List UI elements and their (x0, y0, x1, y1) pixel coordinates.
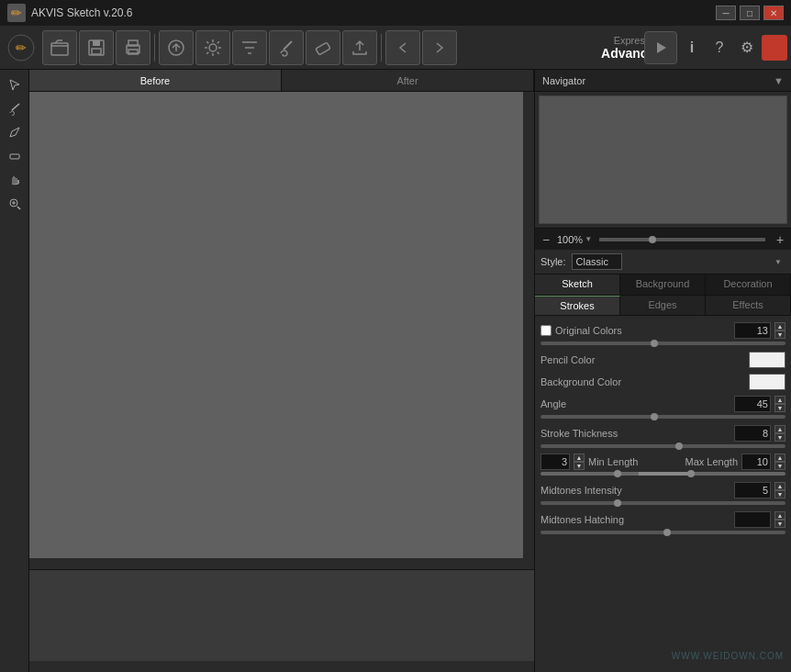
info-button[interactable]: i (679, 35, 705, 61)
save-button[interactable] (79, 30, 114, 65)
zoom-plus-button[interactable]: + (773, 232, 787, 247)
length-slider-row (535, 472, 791, 479)
stroke-thickness-spinner: ▲ ▼ (774, 425, 785, 442)
print-button[interactable] (116, 30, 150, 65)
open-button[interactable] (42, 30, 77, 65)
length-slider[interactable] (540, 472, 785, 476)
angle-label: Angle (540, 398, 730, 409)
angle-slider[interactable] (540, 415, 785, 419)
toolbar-nav-section (385, 30, 457, 65)
vertical-scrollbar[interactable] (523, 92, 534, 558)
hand-tool[interactable] (4, 169, 26, 191)
angle-up[interactable]: ▲ (774, 396, 785, 404)
watermark: WWW.WEIDOWN.COM (672, 651, 784, 661)
midtones-intensity-slider[interactable] (540, 501, 785, 505)
filter-button[interactable] (232, 30, 267, 65)
upload-button[interactable] (342, 30, 377, 65)
original-colors-down[interactable]: ▼ (774, 330, 785, 339)
close-panel-button[interactable] (762, 35, 787, 61)
eraser-tool[interactable] (4, 145, 26, 167)
background-color-swatch[interactable] (749, 374, 785, 390)
titlebar-left: ✏ AKVIS Sketch v.20.6 (7, 4, 133, 22)
style-select[interactable]: Classic Pencil Charcoal (572, 253, 622, 270)
strokes-tab[interactable]: Strokes (535, 296, 620, 315)
midtones-hatching-row: Midtones Hatching ▲ ▼ (535, 509, 791, 531)
original-colors-checkbox[interactable] (540, 325, 551, 336)
close-button[interactable]: ✕ (763, 6, 784, 20)
midtones-intensity-value[interactable] (734, 482, 771, 498)
midtones-hatching-up[interactable]: ▲ (774, 511, 785, 520)
edges-tab[interactable]: Edges (620, 296, 706, 315)
after-tab[interactable]: After (282, 70, 534, 91)
stroke-thickness-up[interactable]: ▲ (774, 425, 785, 433)
navigator-collapse-icon[interactable]: ▼ (774, 75, 784, 86)
svg-rect-5 (92, 49, 101, 54)
original-colors-up[interactable]: ▲ (774, 322, 785, 330)
midtones-hatching-value[interactable] (734, 511, 771, 528)
min-length-up[interactable]: ▲ (574, 454, 585, 462)
canvas-tabs: Before After (29, 70, 534, 92)
midtones-intensity-up[interactable]: ▲ (774, 482, 785, 490)
before-tab[interactable]: Before (29, 70, 282, 91)
run-button[interactable] (644, 31, 677, 64)
zoom-minus-button[interactable]: − (539, 232, 553, 247)
stroke-thickness-down[interactable]: ▼ (774, 433, 785, 442)
navigator-preview (539, 95, 787, 224)
original-colors-slider[interactable] (540, 342, 785, 345)
window-controls: ─ □ ✕ (716, 6, 784, 20)
max-length-up[interactable]: ▲ (774, 454, 785, 462)
midtones-intensity-down[interactable]: ▼ (774, 490, 785, 498)
canvas-viewport[interactable] (29, 92, 534, 558)
paint-tool[interactable] (4, 97, 26, 119)
min-length-value[interactable] (540, 454, 570, 470)
midtones-intensity-label: Midtones Intensity (540, 485, 730, 496)
min-length-label: Min Length (588, 456, 638, 467)
angle-spinner: ▲ ▼ (774, 396, 785, 412)
background-color-row: Background Color (535, 371, 791, 393)
stroke-thickness-slider[interactable] (540, 444, 785, 448)
help-button[interactable]: ? (707, 35, 732, 61)
max-length-down[interactable]: ▼ (774, 462, 785, 470)
app-settings-button[interactable]: ⚙ (734, 35, 760, 61)
share-button[interactable] (159, 30, 194, 65)
angle-value[interactable] (734, 396, 771, 412)
stroke-thickness-slider-row (535, 444, 791, 452)
midtones-hatching-slider[interactable] (540, 531, 785, 534)
style-select-wrapper: Classic Pencil Charcoal (572, 253, 785, 270)
bottom-scrollbar[interactable] (29, 661, 534, 672)
sketch-tab[interactable]: Sketch (535, 274, 620, 295)
zoom-tool[interactable] (4, 193, 26, 215)
toolbar-separator-2 (381, 34, 382, 62)
original-colors-value[interactable]: 13 (734, 322, 771, 339)
max-length-spinner: ▲ ▼ (774, 454, 785, 470)
midtones-hatching-down[interactable]: ▼ (774, 520, 785, 528)
maximize-button[interactable]: □ (740, 6, 760, 20)
angle-down[interactable]: ▼ (774, 404, 785, 412)
stroke-thickness-value[interactable] (734, 425, 771, 442)
background-tab[interactable]: Background (620, 274, 706, 295)
svg-rect-11 (316, 42, 330, 55)
eraser-button[interactable] (306, 30, 340, 65)
bottom-strip (29, 569, 534, 661)
angle-slider-row (535, 415, 791, 422)
zoom-slider[interactable] (599, 238, 765, 241)
max-length-value[interactable] (741, 454, 771, 470)
settings-tool-button[interactable] (195, 30, 230, 65)
midtones-intensity-slider-row (535, 501, 791, 509)
pencil-tool[interactable] (4, 121, 26, 143)
midtones-hatching-slider-row (535, 531, 791, 538)
background-color-label: Background Color (540, 376, 745, 387)
back-button[interactable] (385, 30, 420, 65)
forward-button[interactable] (422, 30, 457, 65)
brush-button[interactable] (269, 30, 304, 65)
horizontal-scrollbar[interactable] (29, 558, 534, 569)
min-length-down[interactable]: ▼ (574, 462, 585, 470)
effects-tab[interactable]: Effects (706, 296, 791, 315)
zoom-dropdown-arrow[interactable]: ▼ (585, 235, 592, 243)
decoration-tab[interactable]: Decoration (706, 274, 791, 295)
zoom-controls: − 100% ▼ + (535, 228, 791, 250)
svg-rect-2 (51, 43, 68, 55)
minimize-button[interactable]: ─ (716, 6, 736, 20)
pencil-color-swatch[interactable] (749, 352, 785, 368)
select-tool[interactable] (4, 73, 26, 95)
